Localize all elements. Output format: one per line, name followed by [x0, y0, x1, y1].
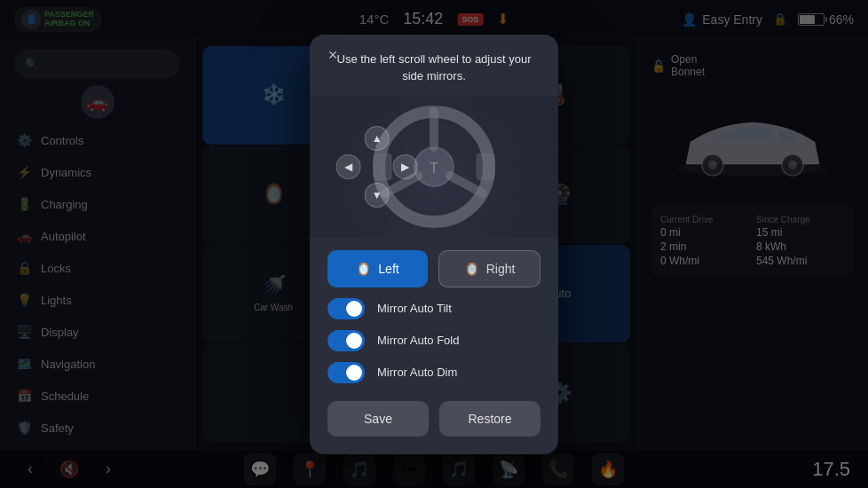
restore-button[interactable]: Restore: [439, 401, 541, 437]
action-buttons: Save Restore: [310, 389, 558, 437]
mirror-modal: × Use the left scroll wheel to adjust yo…: [310, 35, 558, 454]
auto-fold-toggle[interactable]: [327, 330, 365, 351]
direction-arrows: ▲ ◀ ▶ ▼: [336, 126, 418, 208]
mirror-toggles: 🪞 Left 🪞 Right: [310, 250, 558, 287]
modal-overlay: × Use the left scroll wheel to adjust yo…: [0, 0, 868, 488]
right-mirror-icon: 🪞: [464, 262, 479, 276]
modal-close-button[interactable]: ×: [322, 45, 343, 67]
save-button[interactable]: Save: [327, 401, 429, 437]
auto-fold-label: Mirror Auto Fold: [377, 334, 459, 347]
left-mirror-button[interactable]: 🪞 Left: [327, 250, 428, 287]
auto-tilt-row: Mirror Auto Tilt: [310, 293, 558, 325]
right-mirror-label: Right: [486, 262, 516, 276]
arrow-up-button[interactable]: ▲: [365, 126, 390, 151]
modal-header-text: Use the left scroll wheel to adjust your…: [310, 35, 558, 96]
auto-dim-row: Mirror Auto Dim: [310, 357, 558, 389]
arrow-down-button[interactable]: ▼: [365, 183, 390, 208]
auto-dim-label: Mirror Auto Dim: [377, 366, 457, 379]
right-mirror-button[interactable]: 🪞 Right: [438, 250, 541, 287]
svg-text:T: T: [430, 161, 438, 176]
auto-tilt-label: Mirror Auto Tilt: [377, 302, 452, 315]
arrow-right-button[interactable]: ▶: [393, 154, 418, 179]
svg-rect-12: [477, 153, 494, 180]
arrow-left-button[interactable]: ◀: [336, 154, 361, 179]
left-mirror-icon: 🪞: [356, 262, 371, 276]
auto-tilt-toggle[interactable]: [327, 298, 365, 319]
close-icon: ×: [328, 46, 338, 65]
left-mirror-label: Left: [378, 262, 398, 276]
auto-fold-row: Mirror Auto Fold: [310, 325, 558, 357]
auto-dim-toggle[interactable]: [327, 362, 365, 383]
steering-area: ▲ ◀ ▶ ▼ T: [310, 96, 558, 238]
